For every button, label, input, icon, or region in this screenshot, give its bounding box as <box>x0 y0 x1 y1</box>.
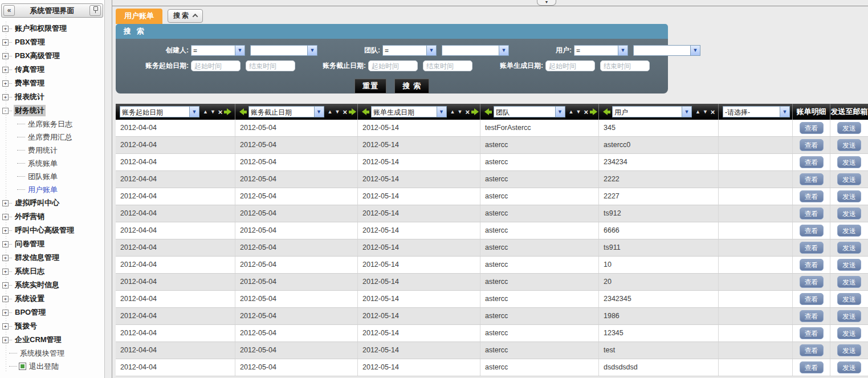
view-bill-button[interactable]: 查看 <box>800 122 824 134</box>
sidebar-item-系统设置[interactable]: +系统设置 <box>2 292 104 306</box>
expand-icon[interactable]: + <box>2 200 9 206</box>
move-column-right-icon[interactable] <box>590 108 598 115</box>
sidebar-item-外呼营销[interactable]: +外呼营销 <box>2 210 104 223</box>
remove-column-icon[interactable]: × <box>584 108 588 116</box>
sidebar-item-系统日志[interactable]: +系统日志 <box>2 265 104 278</box>
sort-asc-icon[interactable]: ▲ <box>569 109 574 115</box>
tab-search-toggle[interactable]: 搜 索 <box>168 9 203 23</box>
sort-asc-icon[interactable]: ▲ <box>450 109 455 115</box>
sidebar-item-active[interactable]: 用户账单 <box>2 183 104 196</box>
send-email-button[interactable]: 发送 <box>837 344 861 356</box>
expand-icon[interactable]: + <box>2 282 9 288</box>
sidebar-item-BPO管理[interactable]: +BPO管理 <box>2 306 104 319</box>
column-select[interactable]: 账单生成日期▼ <box>371 106 447 117</box>
column-select[interactable]: 用户▼ <box>612 106 692 117</box>
sort-desc-icon[interactable]: ▼ <box>210 109 215 115</box>
expand-icon[interactable]: + <box>2 241 9 247</box>
sidebar-item-系统账单[interactable]: 系统账单 <box>2 157 104 170</box>
remove-column-icon[interactable]: × <box>465 108 470 116</box>
bill-end-from-input[interactable] <box>368 60 418 71</box>
send-email-button[interactable]: 发送 <box>837 122 861 134</box>
send-email-button[interactable]: 发送 <box>837 361 861 373</box>
sidebar-item-系统实时信息[interactable]: +系统实时信息 <box>2 278 104 292</box>
sidebar-item-财务统计[interactable]: -财务统计 <box>2 104 104 117</box>
send-email-button[interactable]: 发送 <box>837 293 861 305</box>
column-select[interactable]: 团队▼ <box>494 106 565 117</box>
sort-desc-icon[interactable]: ▼ <box>703 109 708 115</box>
send-email-button[interactable]: 发送 <box>837 242 861 254</box>
send-email-button[interactable]: 发送 <box>837 276 861 288</box>
sidebar-item-退出登陆[interactable]: 退出登陆 <box>2 360 104 373</box>
expand-icon[interactable]: + <box>2 323 9 330</box>
view-bill-button[interactable]: 查看 <box>800 156 824 168</box>
sidebar-item-传真管理[interactable]: +传真管理 <box>2 63 104 76</box>
send-email-button[interactable]: 发送 <box>837 139 861 151</box>
move-column-left-icon[interactable] <box>602 108 610 115</box>
send-email-button[interactable]: 发送 <box>837 310 861 322</box>
move-column-right-icon[interactable] <box>224 108 232 115</box>
send-email-button[interactable]: 发送 <box>837 173 861 185</box>
user-value-select[interactable]: ▼ <box>633 45 700 56</box>
send-email-button[interactable]: 发送 <box>837 327 861 339</box>
bill-generated-to-input[interactable] <box>600 60 650 71</box>
bill-end-to-input[interactable] <box>423 60 472 71</box>
sidebar-item-报表统计[interactable]: +报表统计 <box>2 90 104 104</box>
sort-asc-icon[interactable]: ▲ <box>203 109 208 115</box>
sidebar-item-群发信息管理[interactable]: +群发信息管理 <box>2 251 104 265</box>
remove-column-icon[interactable]: × <box>343 108 347 116</box>
sidebar-item-PBX高级管理[interactable]: +PBX高级管理 <box>2 49 104 63</box>
view-bill-button[interactable]: 查看 <box>800 361 824 373</box>
view-bill-button[interactable]: 查看 <box>800 242 824 254</box>
sidebar-item-账户和权限管理[interactable]: +账户和权限管理 <box>2 22 104 35</box>
sort-desc-icon[interactable]: ▼ <box>576 109 581 115</box>
add-column-select[interactable]: -请选择-▼ <box>723 106 790 117</box>
bill-start-from-input[interactable] <box>191 60 241 71</box>
move-column-right-icon[interactable] <box>349 108 357 115</box>
sort-asc-icon[interactable]: ▲ <box>328 109 333 115</box>
send-email-button[interactable]: 发送 <box>837 190 861 202</box>
remove-column-icon[interactable]: × <box>218 108 223 116</box>
expand-icon[interactable]: + <box>2 310 9 316</box>
sidebar-item-预拨号[interactable]: +预拨号 <box>2 319 104 333</box>
send-email-button[interactable]: 发送 <box>837 156 861 168</box>
creator-operator-select[interactable]: =▼ <box>191 45 245 56</box>
column-select[interactable]: 账务起始日期▼ <box>120 106 199 117</box>
expand-icon[interactable]: + <box>2 67 9 73</box>
sidebar-item-坐席费用汇总[interactable]: 坐席费用汇总 <box>2 131 104 144</box>
view-bill-button[interactable]: 查看 <box>800 310 824 322</box>
bill-generated-from-input[interactable] <box>545 60 595 71</box>
view-bill-button[interactable]: 查看 <box>800 259 824 271</box>
view-bill-button[interactable]: 查看 <box>800 293 824 305</box>
expand-icon[interactable]: + <box>2 39 9 46</box>
view-bill-button[interactable]: 查看 <box>800 276 824 288</box>
view-bill-button[interactable]: 查看 <box>800 327 824 339</box>
view-bill-button[interactable]: 查看 <box>800 344 824 356</box>
view-bill-button[interactable]: 查看 <box>800 190 824 202</box>
search-button[interactable]: 搜 索 <box>394 79 429 94</box>
view-bill-button[interactable]: 查看 <box>800 173 824 185</box>
panel-collapse-handle[interactable]: ▼ <box>537 0 556 6</box>
move-column-left-icon[interactable] <box>361 108 369 115</box>
collapse-icon[interactable]: - <box>2 108 9 114</box>
pin-button[interactable] <box>89 5 101 16</box>
sidebar-item-坐席账务日志[interactable]: 坐席账务日志 <box>2 117 104 131</box>
expand-icon[interactable]: + <box>2 269 9 275</box>
sidebar-item-呼叫中心高级管理[interactable]: +呼叫中心高级管理 <box>2 223 104 237</box>
move-column-left-icon[interactable] <box>484 108 492 115</box>
reset-button[interactable]: 重置 <box>354 79 386 94</box>
sidebar-item-费率管理[interactable]: +费率管理 <box>2 76 104 90</box>
expand-icon[interactable]: + <box>2 337 9 343</box>
send-email-button[interactable]: 发送 <box>837 208 861 220</box>
tab-user-bill[interactable]: 用户账单 <box>116 9 162 24</box>
send-email-button[interactable]: 发送 <box>837 225 861 237</box>
sidebar-item-虚拟呼叫中心[interactable]: +虚拟呼叫中心 <box>2 196 104 210</box>
sidebar-item-企业CRM管理[interactable]: +企业CRM管理 <box>2 333 104 347</box>
sidebar-item-问卷管理[interactable]: +问卷管理 <box>2 237 104 251</box>
expand-icon[interactable]: + <box>2 296 9 302</box>
sidebar-splitter[interactable] <box>104 0 112 378</box>
sidebar-item-PBX管理[interactable]: +PBX管理 <box>2 35 104 49</box>
sidebar-item-系统模块管理[interactable]: 系统模块管理 <box>2 347 104 360</box>
move-column-right-icon[interactable] <box>471 108 479 115</box>
expand-icon[interactable]: + <box>2 94 9 100</box>
creator-value-select[interactable]: ▼ <box>250 45 317 56</box>
